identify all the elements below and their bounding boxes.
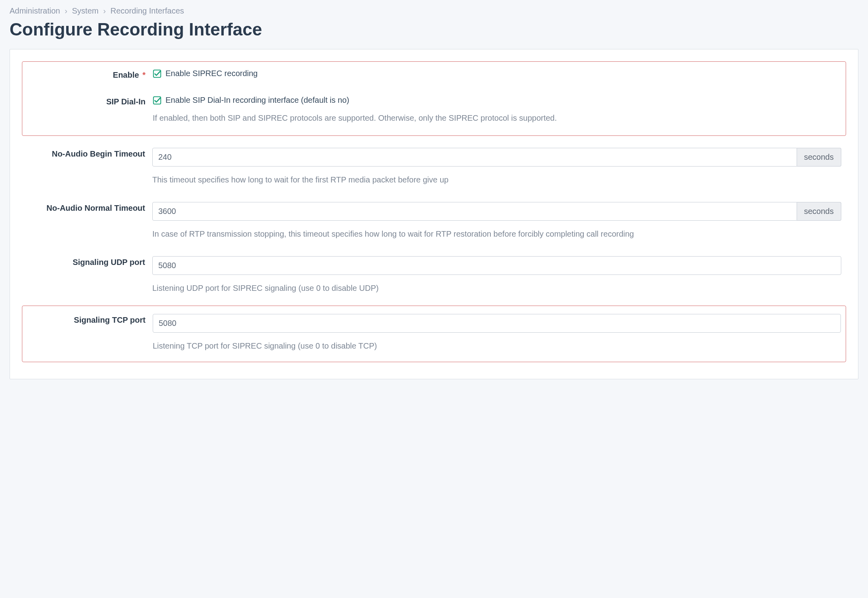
breadcrumb: Administration › System › Recording Inte… — [10, 6, 858, 16]
required-mark: * — [142, 71, 146, 79]
field-label: No-Audio Normal Timeout — [27, 202, 152, 213]
checkbox-label: Enable SIPREC recording — [165, 69, 258, 78]
unit-addon: seconds — [797, 202, 842, 221]
breadcrumb-separator: › — [103, 6, 106, 15]
field-no-audio-begin: No-Audio Begin Timeout seconds This time… — [10, 148, 858, 186]
field-no-audio-normal: No-Audio Normal Timeout seconds In case … — [10, 202, 858, 240]
breadcrumb-item[interactable]: Administration — [10, 6, 60, 15]
unit-addon: seconds — [797, 148, 842, 167]
page-title: Configure Recording Interface — [10, 20, 858, 39]
help-text: Listening TCP port for SIPREC signaling … — [153, 340, 841, 352]
field-label: Signaling TCP port — [27, 314, 153, 325]
no-audio-begin-input[interactable] — [152, 148, 797, 167]
help-text: This timeout specifies how long to wait … — [152, 174, 841, 186]
field-enable: Enable * Enable SIPREC recording — [27, 69, 841, 80]
help-text: If enabled, then both SIP and SIPREC pro… — [153, 112, 841, 124]
tcp-port-input[interactable] — [153, 314, 841, 333]
checkbox-checked-icon — [153, 96, 161, 105]
checkbox-label: Enable SIP Dial-In recording interface (… — [165, 96, 349, 105]
checkbox-sip-dial-in[interactable] — [153, 96, 161, 105]
help-text: Listening UDP port for SIPREC signaling … — [152, 282, 841, 294]
breadcrumb-item[interactable]: Recording Interfaces — [110, 6, 184, 15]
field-udp-port: Signaling UDP port Listening UDP port fo… — [10, 256, 858, 294]
checkbox-enable[interactable] — [153, 69, 161, 78]
field-tcp-port: Signaling TCP port Listening TCP port fo… — [27, 314, 841, 352]
breadcrumb-separator: › — [65, 6, 67, 15]
help-text: In case of RTP transmission stopping, th… — [152, 228, 841, 240]
udp-port-input[interactable] — [152, 256, 841, 275]
field-sip-dial-in: SIP Dial-In Enable SIP Dial-In recording… — [27, 96, 841, 124]
breadcrumb-item[interactable]: System — [72, 6, 99, 15]
highlight-group-tcp: Signaling TCP port Listening TCP port fo… — [22, 306, 846, 362]
field-label: No-Audio Begin Timeout — [27, 148, 152, 159]
no-audio-normal-input[interactable] — [152, 202, 797, 221]
field-label: SIP Dial-In — [27, 96, 153, 106]
field-label: Signaling UDP port — [27, 256, 152, 267]
checkbox-checked-icon — [153, 69, 161, 78]
highlight-group-enable: Enable * Enable SIPREC recording SIP Dia… — [22, 61, 846, 136]
config-panel: Enable * Enable SIPREC recording SIP Dia… — [10, 49, 858, 379]
field-label: Enable * — [27, 69, 153, 80]
